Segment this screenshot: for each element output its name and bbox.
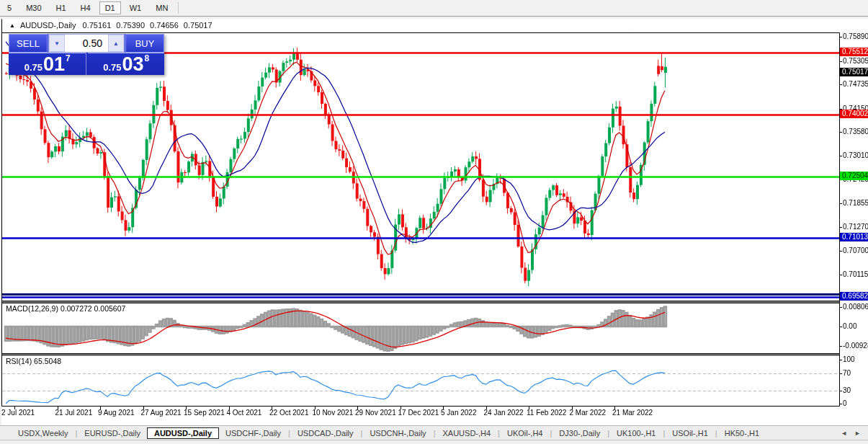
timeframe-button-h4[interactable]: H4 — [75, 1, 97, 14]
macd-axis-tick: 0.008061 — [843, 303, 868, 311]
macd-label: MACD(12,26,9) 0.007272 0.005607 — [6, 304, 125, 313]
symbol-tab-uk100-h1[interactable]: UK100-,H1 — [610, 427, 662, 439]
volume-input[interactable] — [65, 35, 108, 52]
tab-scroll-right-icon[interactable]: ► — [854, 430, 861, 437]
symbol-tab-ukoil-h4[interactable]: UKOil-,H4 — [501, 427, 550, 439]
one-click-trade-panel: SELL ▼ ▲ BUY 0.75 01 7 0.75 03 8 — [9, 34, 164, 75]
time-axis-label: 11 Feb 2022 — [527, 409, 566, 417]
time-axis-label: 24 Jan 2022 — [484, 409, 524, 417]
tab-nav: ◄► — [841, 430, 868, 437]
timeframe-button-mn[interactable]: MN — [150, 1, 174, 14]
price-axis-tick: 0.73010 — [843, 151, 868, 159]
chart-header: ▲ AUDUSD-,Daily 0.75161 0.75390 0.74656 … — [9, 21, 212, 30]
price-axis-tick: 0.71855 — [843, 199, 868, 207]
chart-title: AUDUSD-,Daily — [20, 21, 76, 30]
buy-button[interactable]: BUY — [125, 34, 164, 53]
time-axis-label: 2 Jul 2021 — [1, 409, 35, 417]
symbol-marker-icon: ▲ — [9, 22, 15, 29]
time-axis-label: 9 Aug 2021 — [98, 409, 135, 417]
time-axis-label: 10 Nov 2021 — [313, 409, 354, 417]
timeframe-button-5[interactable]: 5 — [1, 1, 17, 14]
sell-price[interactable]: 0.75 01 7 — [9, 53, 86, 75]
time-axis-label: 17 Dec 2021 — [398, 409, 439, 417]
symbol-tab-usoil-h1[interactable]: USOil-,H1 — [666, 427, 715, 439]
price-axis-tick: 0.70700 — [843, 247, 868, 254]
time-axis-label: 2 Mar 2022 — [570, 409, 607, 417]
volume-up-icon[interactable]: ▲ — [108, 35, 124, 52]
symbol-tab-audusd-daily[interactable]: AUDUSD-,Daily — [147, 427, 219, 439]
macd-axis-tick: 0.00 — [843, 322, 856, 330]
buy-price-pip: 8 — [145, 53, 150, 63]
symbol-tab-xauusd-h4[interactable]: XAUUSD-,H4 — [436, 427, 497, 439]
ohlc-low: 0.74656 — [150, 21, 179, 30]
price-level-badge: 0.75017 — [840, 68, 868, 76]
tab-scroll-left-icon[interactable]: ◄ — [841, 430, 847, 437]
sell-price-pip: 7 — [66, 53, 71, 63]
symbol-tab-hk50-h1[interactable]: HK50-,H1 — [718, 427, 766, 439]
time-axis-label: 15 Sep 2021 — [184, 409, 225, 417]
price-axis-tick: 0.73580 — [843, 128, 868, 136]
sell-button[interactable]: SELL — [9, 34, 48, 53]
time-axis-label: 22 Oct 2021 — [269, 409, 308, 417]
time-axis-label: 21 Mar 2022 — [612, 409, 653, 417]
price-axis-tick: 0.71270 — [843, 223, 868, 231]
symbol-tab-dj30-daily[interactable]: DJ30-,Daily — [552, 427, 607, 439]
sell-price-main: 01 — [43, 55, 65, 74]
rsi-axis-tick: 30 — [843, 386, 851, 394]
price-level-badge: 0.72504 — [840, 172, 868, 180]
rsi-label: RSI(14) 65.5048 — [6, 357, 61, 365]
timeframe-button-d1[interactable]: D1 — [99, 1, 121, 14]
ohlc-open: 0.75161 — [83, 21, 112, 30]
price-axis-tick: 0.70115 — [843, 270, 868, 278]
symbol-tab-usdchf-daily[interactable]: USDCHF-,Daily — [219, 427, 287, 439]
rsi-axis-tick: 70 — [843, 369, 851, 377]
buy-price-main: 03 — [122, 55, 144, 74]
price-axis-tick: 0.75890 — [843, 32, 868, 40]
rsi-axis-tick: 0 — [843, 399, 847, 407]
ohlc-close: 0.75017 — [184, 21, 212, 30]
time-axis-label: 4 Oct 2021 — [227, 409, 262, 417]
price-level-badge: 0.71013 — [840, 233, 868, 241]
price-axis-tick: 0.75305 — [843, 57, 868, 65]
buy-price[interactable]: 0.75 03 8 — [88, 53, 165, 75]
macd-axis-tick: -0.00928 — [843, 342, 868, 350]
symbol-tab-usdx-weekly[interactable]: USDX,Weekly — [12, 427, 74, 439]
timeframe-button-m30[interactable]: M30 — [20, 1, 47, 14]
rsi-axis-tick: 100 — [843, 355, 855, 363]
timeframe-button-h1[interactable]: H1 — [50, 1, 72, 14]
toolbar-separator — [178, 2, 179, 14]
symbol-tab-eurusd-daily[interactable]: EURUSD-,Daily — [78, 427, 147, 439]
time-axis-label: 5 Jan 2022 — [441, 409, 477, 417]
ohlc-high: 0.75390 — [116, 21, 145, 30]
price-level-badge: 0.75512 — [840, 48, 868, 56]
price-axis-tick: 0.74735 — [843, 80, 868, 88]
price-level-badge: 0.74002 — [840, 110, 868, 118]
symbol-tab-usdcnh-daily[interactable]: USDCNH-,Daily — [363, 427, 432, 439]
sell-price-prefix: 0.75 — [24, 62, 42, 73]
timeframe-toolbar: 5M30H1H4D1W1MN — [0, 0, 868, 17]
buy-price-prefix: 0.75 — [103, 62, 121, 73]
volume-down-icon[interactable]: ▼ — [49, 35, 65, 52]
bottom-strip — [0, 440, 868, 444]
time-axis-label: 29 Nov 2021 — [355, 409, 396, 417]
timeframe-button-w1[interactable]: W1 — [124, 1, 148, 14]
time-axis-label: 27 Aug 2021 — [141, 409, 182, 417]
time-axis-label: 21 Jul 2021 — [55, 409, 93, 417]
price-level-badge: 0.69582 — [840, 292, 868, 301]
symbol-tabbar: USDX,Weekly|EURUSD-,DailyAUDUSD-,DailyUS… — [0, 425, 868, 440]
volume-stepper: ▼ ▲ — [48, 34, 125, 53]
symbol-tab-usdcad-daily[interactable]: USDCAD-,Daily — [291, 427, 360, 439]
